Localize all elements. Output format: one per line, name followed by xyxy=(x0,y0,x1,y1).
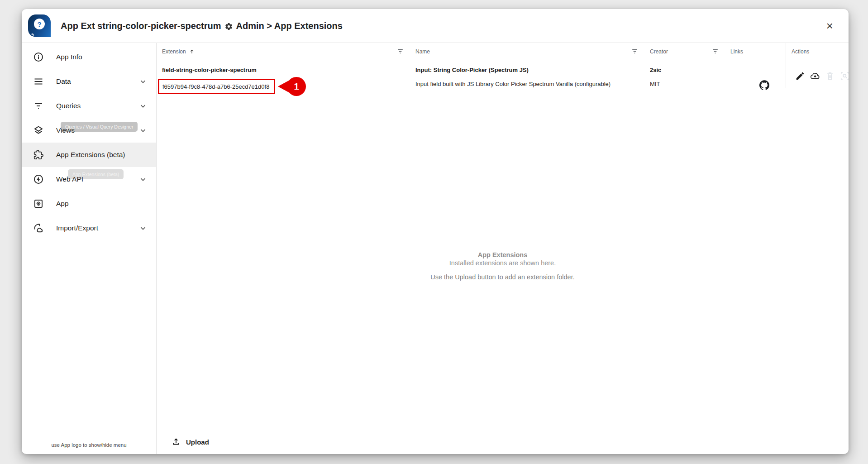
app-settings-icon xyxy=(33,198,44,209)
gear-icon xyxy=(224,22,233,31)
license-name: MIT xyxy=(650,80,719,88)
edit-icon[interactable] xyxy=(795,71,805,81)
sidebar-item-queries[interactable]: Queries xyxy=(22,94,156,118)
import-export-sync-icon xyxy=(33,223,44,234)
filter-icon[interactable] xyxy=(397,48,404,55)
annotation-box: f6597b94-f9c8-478d-a7b6-25ecd7e1d0f8 xyxy=(158,79,275,94)
column-header-extension[interactable]: Extension xyxy=(157,43,410,60)
views-layers-icon xyxy=(33,125,44,136)
chevron-down-icon[interactable] xyxy=(138,101,148,111)
cell-extension: field-string-color-picker-spectrum f6597… xyxy=(157,60,410,88)
main-panel: Extension Name Creator xyxy=(157,43,849,454)
column-header-actions: Actions xyxy=(786,43,849,60)
cell-creator: 2sic MIT xyxy=(644,60,725,88)
cloud-download-icon[interactable] xyxy=(810,71,820,81)
extension-folder: field-string-color-picker-spectrum xyxy=(162,66,404,74)
extension-name: Input: String Color-Picker (Spectrum JS) xyxy=(415,66,638,74)
filter-icon[interactable] xyxy=(712,48,719,55)
dialog-title: App Ext string-color-picker-spectrum Adm… xyxy=(61,21,343,31)
web-api-bolt-icon xyxy=(33,174,44,185)
chevron-down-icon[interactable] xyxy=(138,125,148,135)
delete-icon xyxy=(825,71,835,81)
app-logo[interactable]: ? xyxy=(28,14,51,37)
sidebar-item-import-export[interactable]: Import/Export xyxy=(22,216,156,240)
sort-ascending-icon[interactable] xyxy=(189,48,195,55)
empty-state: App Extensions Installed extensions are … xyxy=(157,88,849,430)
sidebar-hint: use App logo to show/hide menu xyxy=(22,438,156,454)
upload-button[interactable]: Upload xyxy=(166,433,215,450)
data-list-icon xyxy=(33,76,44,87)
annotation-marker-1: 1 xyxy=(287,77,306,96)
creator-name: 2sic xyxy=(650,66,719,74)
question-mark-icon: ? xyxy=(34,19,45,29)
power-icon xyxy=(30,31,34,35)
dialog-title-app: App Ext string-color-picker-spectrum xyxy=(61,21,221,31)
empty-state-line1: Installed extensions are shown here. xyxy=(449,259,556,267)
empty-state-line2: Use the Upload button to add an extensio… xyxy=(430,273,574,281)
chevron-down-icon[interactable] xyxy=(138,174,148,184)
sidebar-item-app-extensions[interactable]: App Extensions (beta) xyxy=(22,143,156,167)
cell-actions xyxy=(786,60,849,88)
queries-filter-icon xyxy=(33,100,44,111)
sidebar-item-web-api[interactable]: Web API xyxy=(22,167,156,191)
sidebar-item-data[interactable]: Data xyxy=(22,69,156,94)
dialog-header: ? App Ext string-color-picker-spectrum A… xyxy=(22,9,849,43)
chevron-down-icon[interactable] xyxy=(138,77,148,86)
extension-description: Input field built with JS Library Color … xyxy=(415,80,638,88)
empty-state-title: App Extensions xyxy=(478,251,528,258)
cell-links xyxy=(725,60,786,88)
column-header-creator[interactable]: Creator xyxy=(644,43,725,60)
close-button[interactable]: × xyxy=(822,18,838,33)
admin-dialog: ? App Ext string-color-picker-spectrum A… xyxy=(22,9,849,454)
sidebar-item-views[interactable]: Views xyxy=(22,118,156,143)
column-header-links: Links xyxy=(725,43,786,60)
table-row[interactable]: field-string-color-picker-spectrum f6597… xyxy=(157,60,849,88)
main-footer: Upload xyxy=(157,430,849,454)
info-icon xyxy=(33,52,44,62)
github-icon[interactable] xyxy=(759,80,769,90)
table-header: Extension Name Creator xyxy=(157,43,849,60)
column-header-name[interactable]: Name xyxy=(410,43,644,60)
extension-puzzle-icon xyxy=(33,149,44,160)
chevron-down-icon[interactable] xyxy=(138,223,148,233)
sidebar-item-app-info[interactable]: App Info xyxy=(22,45,156,69)
cell-name: Input: String Color-Picker (Spectrum JS)… xyxy=(410,60,644,88)
filter-icon[interactable] xyxy=(631,48,638,55)
sidebar: App Info Data Queries xyxy=(22,43,157,454)
dialog-title-context: Admin > App Extensions xyxy=(236,21,343,31)
extension-guid: f6597b94-f9c8-478d-a7b6-25ecd7e1d0f8 xyxy=(159,83,269,90)
upload-icon xyxy=(171,437,181,447)
preview-search-icon xyxy=(840,71,849,81)
sidebar-item-app[interactable]: App xyxy=(22,191,156,216)
